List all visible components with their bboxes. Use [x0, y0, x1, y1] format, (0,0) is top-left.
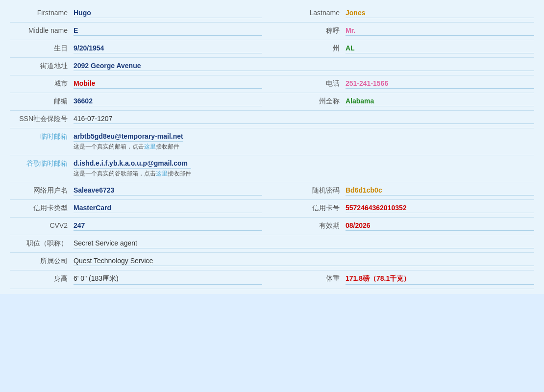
lastname-value: Jones [346, 9, 534, 18]
temp-email-link[interactable]: 这里 [144, 143, 156, 150]
username-group: 网络用户名 Saleave6723 [10, 186, 262, 196]
middlename-group: Middle name E [10, 26, 262, 36]
row-temp-email: 临时邮箱 arbtb5gd8eu@temporary-mail.net 这是一个… [10, 128, 534, 155]
middlename-label: Middle name [10, 26, 74, 34]
username-value: Saleave6723 [74, 186, 262, 196]
birthday-group: 生日 9/20/1954 [10, 44, 262, 53]
city-value: Mobile [74, 79, 262, 89]
row-middle-salutation: Middle name E 称呼 Mr. [10, 23, 534, 40]
phone-group: 电话 251-241-1566 [282, 79, 534, 89]
job-group: 职位（职称） Secret Service agent [10, 239, 534, 248]
row-height-weight: 身高 6' 0" (183厘米) 体重 171.8磅（78.1千克） [10, 270, 534, 289]
google-email-value: d.ishd.e.i.f.yb.k.a.o.u.p@gmail.com [74, 159, 191, 169]
ssn-value: 416-07-1207 [74, 115, 534, 124]
job-label: 职位（职称） [10, 239, 74, 248]
cc-number-label: 信用卡号 [282, 204, 346, 213]
cc-type-label: 信用卡类型 [10, 204, 74, 213]
phone-value: 251-241-1566 [346, 79, 534, 89]
random-pwd-label: 随机密码 [282, 186, 346, 195]
firstname-value: Hugo [74, 9, 262, 18]
height-group: 身高 6' 0" (183厘米) [10, 274, 262, 285]
row-name: Firstname Hugo Lastname Jones [10, 5, 534, 23]
state-group: 州 AL [282, 44, 534, 53]
temp-email-block: arbtb5gd8eu@temporary-mail.net 这是一个真实的邮箱… [74, 132, 183, 151]
row-company: 所属公司 Quest Technology Service [10, 253, 534, 270]
ssn-group: SSN社会保险号 416-07-1207 [10, 115, 534, 124]
google-email-link[interactable]: 这里 [156, 170, 168, 177]
expiry-value: 08/2026 [346, 221, 534, 231]
expiry-label: 有效期 [282, 221, 346, 230]
state-label: 州 [282, 44, 346, 53]
weight-group: 体重 171.8磅（78.1千克） [282, 274, 534, 285]
state-full-value: Alabama [346, 97, 534, 106]
temp-email-label: 临时邮箱 [10, 132, 74, 141]
temp-email-subtext: 这是一个真实的邮箱，点击这里接收邮件 [74, 143, 183, 151]
street-group: 街道地址 2092 George Avenue [10, 62, 534, 71]
company-group: 所属公司 Quest Technology Service [10, 257, 534, 266]
weight-label: 体重 [282, 274, 346, 283]
row-city-phone: 城市 Mobile 电话 251-241-1566 [10, 75, 534, 93]
row-cc-type-number: 信用卡类型 MasterCard 信用卡号 5572464362010352 [10, 200, 534, 218]
row-street: 街道地址 2092 George Avenue [10, 58, 534, 75]
row-google-email: 谷歌临时邮箱 d.ishd.e.i.f.yb.k.a.o.u.p@gmail.c… [10, 155, 534, 182]
temp-email-group: 临时邮箱 arbtb5gd8eu@temporary-mail.net 这是一个… [10, 132, 534, 151]
phone-label: 电话 [282, 79, 346, 88]
middlename-value: E [74, 26, 262, 36]
state-full-group: 州全称 Alabama [282, 97, 534, 106]
row-zip-stateful: 邮编 36602 州全称 Alabama [10, 93, 534, 111]
cvv2-group: CVV2 247 [10, 221, 262, 231]
random-pwd-group: 随机密码 Bd6d1cb0c [282, 186, 534, 196]
job-value: Secret Service agent [74, 239, 534, 248]
firstname-label: Firstname [10, 9, 74, 17]
lastname-label: Lastname [282, 9, 346, 17]
google-email-label: 谷歌临时邮箱 [10, 159, 74, 168]
random-pwd-value: Bd6d1cb0c [346, 186, 534, 196]
firstname-group: Firstname Hugo [10, 9, 262, 18]
temp-email-value: arbtb5gd8eu@temporary-mail.net [74, 132, 183, 142]
cvv2-value: 247 [74, 221, 262, 231]
expiry-group: 有效期 08/2026 [282, 221, 534, 231]
street-value: 2092 George Avenue [74, 62, 534, 71]
google-email-block: d.ishd.e.i.f.yb.k.a.o.u.p@gmail.com 这是一个… [74, 159, 191, 178]
ssn-label: SSN社会保险号 [10, 115, 74, 123]
form-container: Firstname Hugo Lastname Jones Middle nam… [0, 0, 544, 294]
street-label: 街道地址 [10, 62, 74, 71]
cc-type-value: MasterCard [74, 204, 262, 213]
google-email-group: 谷歌临时邮箱 d.ishd.e.i.f.yb.k.a.o.u.p@gmail.c… [10, 159, 534, 178]
row-cvv2-expiry: CVV2 247 有效期 08/2026 [10, 218, 534, 235]
row-username-password: 网络用户名 Saleave6723 随机密码 Bd6d1cb0c [10, 182, 534, 200]
cc-number-value: 5572464362010352 [346, 204, 534, 213]
height-value: 6' 0" (183厘米) [74, 274, 262, 285]
zipcode-label: 邮编 [10, 97, 74, 106]
row-ssn: SSN社会保险号 416-07-1207 [10, 111, 534, 128]
salutation-label: 称呼 [282, 26, 346, 35]
zipcode-value: 36602 [74, 97, 262, 106]
zipcode-group: 邮编 36602 [10, 97, 262, 106]
row-job: 职位（职称） Secret Service agent [10, 235, 534, 253]
username-label: 网络用户名 [10, 186, 74, 195]
city-label: 城市 [10, 79, 74, 88]
google-email-subtext: 这是一个真实的谷歌邮箱，点击这里接收邮件 [74, 170, 191, 178]
cc-number-group: 信用卡号 5572464362010352 [282, 204, 534, 213]
state-full-label: 州全称 [282, 97, 346, 106]
weight-value: 171.8磅（78.1千克） [346, 274, 534, 285]
lastname-group: Lastname Jones [282, 9, 534, 18]
cc-type-group: 信用卡类型 MasterCard [10, 204, 262, 213]
birthday-value: 9/20/1954 [74, 44, 262, 53]
salutation-group: 称呼 Mr. [282, 26, 534, 36]
birthday-label: 生日 [10, 44, 74, 53]
state-value: AL [346, 44, 534, 53]
height-label: 身高 [10, 274, 74, 283]
company-label: 所属公司 [10, 257, 74, 266]
row-birthday-state: 生日 9/20/1954 州 AL [10, 40, 534, 58]
company-value: Quest Technology Service [74, 257, 534, 266]
city-group: 城市 Mobile [10, 79, 262, 89]
salutation-value: Mr. [346, 26, 534, 36]
cvv2-label: CVV2 [10, 221, 74, 229]
